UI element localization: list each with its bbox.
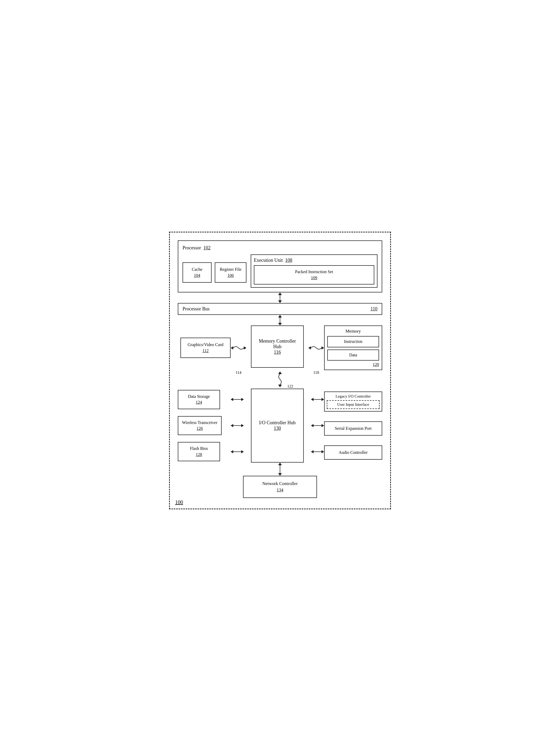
arrow-audio: [311, 450, 324, 454]
ioh-right-arrows: [311, 389, 324, 463]
graphics-video-card-box: Graphics/Video Card 112: [181, 338, 231, 358]
register-file-box: Register File 106: [215, 262, 247, 283]
svg-marker-16: [311, 424, 313, 427]
svg-marker-0: [231, 346, 233, 349]
svg-marker-21: [322, 450, 324, 453]
graphics-ref: 112: [184, 348, 227, 354]
wireless-transceiver-box: Wireless Transceiver 126: [178, 416, 222, 435]
processor-box: Processor 102 Cache 104 Register File 10…: [178, 241, 382, 292]
arrow-processor-to-bus: [178, 292, 382, 303]
cache-ref: 104: [188, 273, 206, 278]
svg-marker-12: [241, 450, 244, 453]
network-controller-ref: 134: [254, 487, 306, 493]
arrow-wireless: [231, 423, 244, 428]
outer-ref-label: 100: [175, 499, 183, 506]
memory-label: Memory: [346, 329, 361, 334]
data-storage-row: Data Storage 124: [178, 390, 231, 409]
svg-marker-10: [231, 450, 233, 453]
flash-bios-box: Flash Bios 128: [178, 442, 220, 461]
audio-controller-label: Audio Controller: [339, 450, 368, 455]
diagram-wrapper: Processor 102 Cache 104 Register File 10…: [161, 224, 399, 517]
ioh-label: I/O Controller Hub: [256, 420, 299, 425]
wireless-transceiver-row: Wireless Transceiver 126: [178, 416, 231, 435]
legacy-io-box: Legacy I/O Controller User Input Interfa…: [324, 392, 382, 412]
processor-ref: 102: [203, 245, 211, 251]
arrow-mch-to-ioh: 122: [178, 370, 382, 389]
processor-bus-ref: 110: [371, 306, 377, 312]
processor-left-boxes: Cache 104 Register File 106: [183, 262, 247, 283]
svg-marker-13: [311, 398, 313, 401]
register-file-label: Register File: [220, 267, 241, 272]
wavy-vertical: [276, 374, 284, 385]
mch-right-connector: 118: [308, 326, 324, 370]
svg-marker-9: [241, 424, 244, 427]
svg-marker-7: [231, 424, 233, 427]
svg-marker-2: [308, 346, 311, 349]
user-input-label: User Input Interface: [337, 402, 369, 407]
user-input-box: User Input Interface: [327, 400, 379, 409]
arrow-ioh-to-network: [178, 463, 382, 476]
svg-marker-6: [241, 398, 244, 401]
wavy-arrow-right: [308, 344, 324, 352]
svg-marker-1: [244, 346, 247, 349]
network-controller-label: Network Controller: [262, 481, 298, 486]
memory-inner: Instruction Data: [327, 336, 379, 360]
memory-ref: 120: [373, 362, 379, 367]
cache-box: Cache 104: [183, 262, 212, 283]
arrow-data-storage: [231, 397, 244, 402]
svg-marker-4: [231, 398, 233, 401]
svg-marker-3: [322, 346, 324, 349]
memory-box: Memory Instruction Data 120: [324, 326, 382, 370]
cache-label: Cache: [192, 267, 202, 272]
packed-instruction-label: Packed Instruction Set: [295, 269, 333, 274]
data-storage-box: Data Storage 124: [178, 390, 220, 409]
serial-expansion-label: Serial Expansion Port: [335, 426, 372, 430]
mch-left-connector: 114: [231, 326, 247, 370]
processor-label: Processor: [183, 245, 201, 251]
register-file-ref: 106: [219, 273, 242, 278]
network-controller-row: Network Controller 134: [178, 476, 382, 498]
processor-bus-box: Processor Bus 110: [178, 303, 382, 315]
flash-bios-row: Flash Bios 128: [178, 442, 231, 461]
wireless-ref: 126: [182, 425, 217, 431]
packed-instruction-set-box: Packed Instruction Set 109: [254, 265, 374, 284]
arrow-serial-expansion: [311, 423, 324, 428]
svg-marker-19: [311, 450, 313, 453]
legacy-io-label: Legacy I/O Controller: [327, 394, 379, 399]
ioh-ref: 130: [256, 425, 299, 431]
legacy-io-group: Legacy I/O Controller User Input Interfa…: [324, 392, 382, 412]
ioh-left-arrows: [231, 389, 244, 463]
arrow-flash-bios: [231, 450, 244, 454]
wavy-arrow-left: [231, 344, 247, 352]
outer-container: Processor 102 Cache 104 Register File 10…: [169, 232, 391, 509]
mch-section: Graphics/Video Card 112 114: [178, 326, 382, 370]
svg-marker-15: [322, 398, 324, 401]
ioh-box: I/O Controller Hub 130: [251, 389, 304, 463]
mch-label: Memory Controller Hub: [256, 338, 299, 349]
serial-expansion-box: Serial Expansion Port: [324, 421, 382, 435]
processor-inner: Cache 104 Register File 106 Execution Un…: [183, 254, 377, 288]
execution-unit-box: Execution Unit 108 Packed Instruction Se…: [251, 254, 377, 288]
ioh-section: Data Storage 124 Wireless Transceiver 12…: [178, 389, 382, 463]
mch-right: Memory Instruction Data 120: [324, 326, 382, 370]
ioh-left: Data Storage 124 Wireless Transceiver 12…: [178, 389, 231, 463]
mch-center: Memory Controller Hub 116: [247, 326, 308, 370]
network-controller-box: Network Controller 134: [243, 476, 317, 498]
arrow-legacy-io: [311, 397, 324, 402]
graphics-label: Graphics/Video Card: [188, 342, 223, 347]
mch-left: Graphics/Video Card 112: [178, 326, 231, 370]
processor-bus-label: Processor Bus: [183, 306, 210, 312]
audio-controller-box: Audio Controller: [324, 446, 382, 460]
mch-ref: 116: [256, 349, 299, 355]
eu-label: Execution Unit 108: [254, 258, 374, 263]
mch-box: Memory Controller Hub 116: [251, 326, 304, 368]
svg-marker-18: [322, 424, 324, 427]
ioh-connector-ref: 122: [287, 384, 293, 389]
flash-bios-ref: 128: [182, 452, 216, 458]
packed-instruction-ref: 109: [259, 275, 369, 281]
ioh-center: I/O Controller Hub 130: [244, 389, 311, 463]
data-box: Data: [327, 349, 379, 360]
arrow-bus-to-mch: [178, 315, 382, 326]
data-storage-ref: 124: [182, 399, 216, 405]
ioh-right: Legacy I/O Controller User Input Interfa…: [324, 389, 382, 463]
